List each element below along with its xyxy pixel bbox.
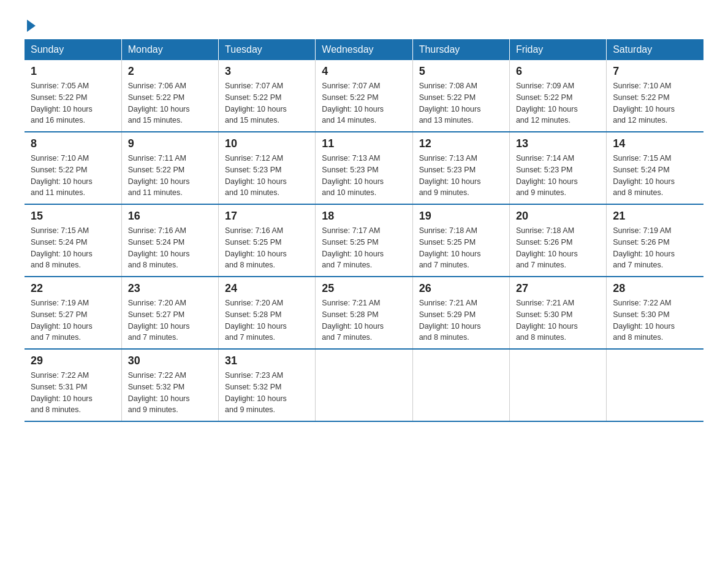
calendar-day-cell: 23 Sunrise: 7:20 AMSunset: 5:27 PMDaylig… [121, 277, 218, 349]
calendar-day-cell: 29 Sunrise: 7:22 AMSunset: 5:31 PMDaylig… [25, 349, 121, 421]
calendar-day-cell: 11 Sunrise: 7:13 AMSunset: 5:23 PMDaylig… [316, 132, 412, 204]
day-info: Sunrise: 7:20 AMSunset: 5:28 PMDaylight:… [225, 297, 309, 343]
day-number: 26 [419, 282, 503, 295]
day-number: 8 [31, 137, 115, 150]
day-info: Sunrise: 7:11 AMSunset: 5:22 PMDaylight:… [128, 153, 212, 199]
calendar-day-cell: 4 Sunrise: 7:07 AMSunset: 5:22 PMDayligh… [316, 60, 412, 132]
day-number: 28 [613, 282, 697, 295]
calendar-day-cell: 31 Sunrise: 7:23 AMSunset: 5:32 PMDaylig… [219, 349, 316, 421]
day-number: 5 [419, 65, 503, 78]
calendar-day-cell: 28 Sunrise: 7:22 AMSunset: 5:30 PMDaylig… [607, 277, 703, 349]
day-info: Sunrise: 7:21 AMSunset: 5:30 PMDaylight:… [516, 297, 600, 343]
calendar-day-cell: 27 Sunrise: 7:21 AMSunset: 5:30 PMDaylig… [509, 277, 606, 349]
calendar-day-cell: 16 Sunrise: 7:16 AMSunset: 5:24 PMDaylig… [121, 204, 218, 277]
day-info: Sunrise: 7:05 AMSunset: 5:22 PMDaylight:… [31, 80, 115, 126]
calendar-day-cell: 5 Sunrise: 7:08 AMSunset: 5:22 PMDayligh… [412, 60, 509, 132]
day-info: Sunrise: 7:09 AMSunset: 5:22 PMDaylight:… [516, 80, 600, 126]
logo-general-text [25, 18, 36, 32]
weekday-header-sunday: Sunday [25, 39, 121, 60]
calendar-day-cell: 18 Sunrise: 7:17 AMSunset: 5:25 PMDaylig… [316, 204, 412, 277]
calendar-day-cell: 8 Sunrise: 7:10 AMSunset: 5:22 PMDayligh… [25, 132, 121, 204]
day-info: Sunrise: 7:18 AMSunset: 5:26 PMDaylight:… [516, 225, 600, 271]
day-number: 20 [516, 210, 600, 223]
day-number: 7 [613, 65, 697, 78]
logo [25, 18, 36, 29]
calendar-day-cell: 6 Sunrise: 7:09 AMSunset: 5:22 PMDayligh… [509, 60, 606, 132]
calendar-week-row: 1 Sunrise: 7:05 AMSunset: 5:22 PMDayligh… [25, 60, 703, 132]
day-number: 12 [419, 137, 503, 150]
day-number: 24 [225, 282, 309, 295]
day-number: 15 [31, 210, 115, 223]
calendar-day-cell [412, 349, 509, 421]
day-number: 21 [613, 210, 697, 223]
calendar-day-cell: 24 Sunrise: 7:20 AMSunset: 5:28 PMDaylig… [219, 277, 316, 349]
calendar-day-cell: 20 Sunrise: 7:18 AMSunset: 5:26 PMDaylig… [509, 204, 606, 277]
calendar-day-cell: 2 Sunrise: 7:06 AMSunset: 5:22 PMDayligh… [121, 60, 218, 132]
weekday-header-thursday: Thursday [412, 39, 509, 60]
calendar-day-cell: 30 Sunrise: 7:22 AMSunset: 5:32 PMDaylig… [121, 349, 218, 421]
day-number: 22 [31, 282, 115, 295]
day-number: 29 [31, 354, 115, 367]
day-info: Sunrise: 7:16 AMSunset: 5:24 PMDaylight:… [128, 225, 212, 271]
day-info: Sunrise: 7:06 AMSunset: 5:22 PMDaylight:… [128, 80, 212, 126]
weekday-header-friday: Friday [509, 39, 606, 60]
calendar-day-cell: 19 Sunrise: 7:18 AMSunset: 5:25 PMDaylig… [412, 204, 509, 277]
day-number: 19 [419, 210, 503, 223]
calendar-day-cell [316, 349, 412, 421]
calendar-day-cell: 14 Sunrise: 7:15 AMSunset: 5:24 PMDaylig… [607, 132, 703, 204]
day-number: 17 [225, 210, 309, 223]
calendar-day-cell: 13 Sunrise: 7:14 AMSunset: 5:23 PMDaylig… [509, 132, 606, 204]
calendar-week-row: 29 Sunrise: 7:22 AMSunset: 5:31 PMDaylig… [25, 349, 703, 421]
calendar-day-cell: 17 Sunrise: 7:16 AMSunset: 5:25 PMDaylig… [219, 204, 316, 277]
calendar-day-cell: 25 Sunrise: 7:21 AMSunset: 5:28 PMDaylig… [316, 277, 412, 349]
day-number: 10 [225, 137, 309, 150]
weekday-header-wednesday: Wednesday [316, 39, 412, 60]
day-number: 2 [128, 65, 212, 78]
day-number: 1 [31, 65, 115, 78]
day-info: Sunrise: 7:08 AMSunset: 5:22 PMDaylight:… [419, 80, 503, 126]
day-info: Sunrise: 7:19 AMSunset: 5:26 PMDaylight:… [613, 225, 697, 271]
weekday-header-tuesday: Tuesday [219, 39, 316, 60]
weekday-header-saturday: Saturday [607, 39, 703, 60]
page-header [25, 18, 703, 29]
calendar-week-row: 15 Sunrise: 7:15 AMSunset: 5:24 PMDaylig… [25, 204, 703, 277]
calendar-day-cell: 9 Sunrise: 7:11 AMSunset: 5:22 PMDayligh… [121, 132, 218, 204]
day-info: Sunrise: 7:13 AMSunset: 5:23 PMDaylight:… [419, 153, 503, 199]
calendar-day-cell: 21 Sunrise: 7:19 AMSunset: 5:26 PMDaylig… [607, 204, 703, 277]
day-number: 16 [128, 210, 212, 223]
calendar-day-cell: 22 Sunrise: 7:19 AMSunset: 5:27 PMDaylig… [25, 277, 121, 349]
day-info: Sunrise: 7:16 AMSunset: 5:25 PMDaylight:… [225, 225, 309, 271]
calendar-day-cell: 7 Sunrise: 7:10 AMSunset: 5:22 PMDayligh… [607, 60, 703, 132]
day-info: Sunrise: 7:07 AMSunset: 5:22 PMDaylight:… [225, 80, 309, 126]
day-info: Sunrise: 7:19 AMSunset: 5:27 PMDaylight:… [31, 297, 115, 343]
day-info: Sunrise: 7:07 AMSunset: 5:22 PMDaylight:… [322, 80, 406, 126]
day-info: Sunrise: 7:22 AMSunset: 5:30 PMDaylight:… [613, 297, 697, 343]
calendar-day-cell: 26 Sunrise: 7:21 AMSunset: 5:29 PMDaylig… [412, 277, 509, 349]
day-number: 13 [516, 137, 600, 150]
calendar-day-cell [509, 349, 606, 421]
calendar-day-cell: 15 Sunrise: 7:15 AMSunset: 5:24 PMDaylig… [25, 204, 121, 277]
day-number: 30 [128, 354, 212, 367]
day-number: 3 [225, 65, 309, 78]
logo-triangle-icon [27, 20, 36, 32]
day-number: 11 [322, 137, 406, 150]
calendar-week-row: 8 Sunrise: 7:10 AMSunset: 5:22 PMDayligh… [25, 132, 703, 204]
day-info: Sunrise: 7:15 AMSunset: 5:24 PMDaylight:… [613, 153, 697, 199]
day-info: Sunrise: 7:22 AMSunset: 5:32 PMDaylight:… [128, 370, 212, 416]
calendar-day-cell: 12 Sunrise: 7:13 AMSunset: 5:23 PMDaylig… [412, 132, 509, 204]
day-info: Sunrise: 7:22 AMSunset: 5:31 PMDaylight:… [31, 370, 115, 416]
day-number: 6 [516, 65, 600, 78]
day-info: Sunrise: 7:23 AMSunset: 5:32 PMDaylight:… [225, 370, 309, 416]
day-number: 25 [322, 282, 406, 295]
day-info: Sunrise: 7:14 AMSunset: 5:23 PMDaylight:… [516, 153, 600, 199]
day-info: Sunrise: 7:13 AMSunset: 5:23 PMDaylight:… [322, 153, 406, 199]
day-info: Sunrise: 7:12 AMSunset: 5:23 PMDaylight:… [225, 153, 309, 199]
day-info: Sunrise: 7:21 AMSunset: 5:29 PMDaylight:… [419, 297, 503, 343]
calendar-day-cell: 3 Sunrise: 7:07 AMSunset: 5:22 PMDayligh… [219, 60, 316, 132]
weekday-header-row: SundayMondayTuesdayWednesdayThursdayFrid… [25, 39, 703, 60]
day-info: Sunrise: 7:20 AMSunset: 5:27 PMDaylight:… [128, 297, 212, 343]
day-number: 31 [225, 354, 309, 367]
day-info: Sunrise: 7:10 AMSunset: 5:22 PMDaylight:… [31, 153, 115, 199]
day-info: Sunrise: 7:15 AMSunset: 5:24 PMDaylight:… [31, 225, 115, 271]
calendar-day-cell: 1 Sunrise: 7:05 AMSunset: 5:22 PMDayligh… [25, 60, 121, 132]
